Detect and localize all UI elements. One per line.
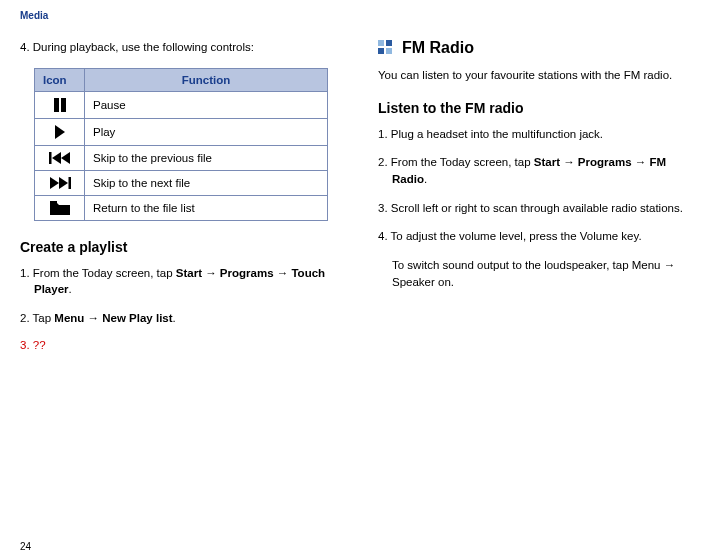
- page-category: Media: [20, 10, 686, 21]
- table-cell-function: Play: [85, 118, 328, 145]
- folder-icon: [35, 195, 85, 220]
- page-number: 24: [20, 541, 31, 552]
- table-cell-function: Skip to the previous file: [85, 145, 328, 170]
- table-row: Pause: [35, 91, 328, 118]
- play-icon: [35, 118, 85, 145]
- table-cell-function: Return to the file list: [85, 195, 328, 220]
- fm-intro: You can listen to your favourite station…: [378, 67, 686, 84]
- right-column: FM Radio You can listen to your favourit…: [378, 39, 686, 351]
- svg-rect-0: [54, 98, 59, 112]
- table-row: Skip to the previous file: [35, 145, 328, 170]
- heading-fm-radio: FM Radio: [378, 39, 686, 57]
- svg-rect-1: [61, 98, 66, 112]
- playback-step-4: 4. During playback, use the following co…: [20, 39, 328, 56]
- section-squares-icon: [378, 40, 394, 56]
- left-column: 4. During playback, use the following co…: [20, 39, 328, 351]
- svg-rect-8: [68, 177, 71, 189]
- content-columns: 4. During playback, use the following co…: [20, 39, 686, 351]
- svg-rect-3: [49, 152, 52, 164]
- skip-prev-icon: [35, 145, 85, 170]
- playlist-step-2: 2. Tap Menu → New Play list.: [20, 310, 328, 327]
- svg-marker-5: [61, 152, 70, 164]
- table-header-icon: Icon: [35, 68, 85, 91]
- heading-fm-radio-text: FM Radio: [402, 39, 474, 57]
- svg-marker-7: [59, 177, 68, 189]
- table-cell-function: Skip to the next file: [85, 170, 328, 195]
- skip-next-icon: [35, 170, 85, 195]
- playback-controls-table: Icon Function Pause Play: [34, 68, 328, 221]
- playlist-step-1: 1. From the Today screen, tap Start → Pr…: [20, 265, 328, 298]
- pause-icon: [35, 91, 85, 118]
- table-row: Play: [35, 118, 328, 145]
- playlist-step-3: 3. ??: [20, 339, 328, 351]
- table-row: Skip to the next file: [35, 170, 328, 195]
- heading-create-playlist: Create a playlist: [20, 239, 328, 255]
- table-row: Return to the file list: [35, 195, 328, 220]
- svg-marker-6: [50, 177, 59, 189]
- heading-listen-fm: Listen to the FM radio: [378, 100, 686, 116]
- fm-step-3: 3. Scroll left or right to scan through …: [378, 200, 686, 217]
- svg-marker-4: [52, 152, 61, 164]
- fm-step-1: 1. Plug a headset into the multifunction…: [378, 126, 686, 143]
- fm-step-2: 2. From the Today screen, tap Start → Pr…: [378, 154, 686, 187]
- fm-step-4-note: To switch sound output to the loudspeake…: [378, 257, 686, 290]
- fm-step-4: 4. To adjust the volume level, press the…: [378, 228, 686, 245]
- table-header-function: Function: [85, 68, 328, 91]
- table-cell-function: Pause: [85, 91, 328, 118]
- svg-marker-2: [55, 125, 65, 139]
